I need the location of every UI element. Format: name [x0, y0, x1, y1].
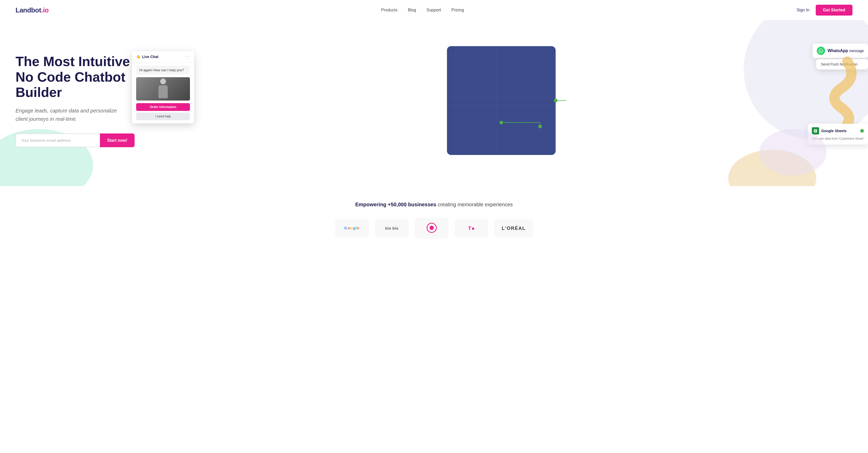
svg-point-14	[430, 226, 434, 230]
svg-text:o: o	[350, 226, 353, 230]
nav-links: Products Blog Support Pricing	[381, 8, 464, 12]
order-info-button[interactable]: Order information	[136, 103, 190, 111]
bottom-section: Empowering +50,000 businesses creating m…	[0, 186, 868, 249]
need-help-button[interactable]: I need help	[136, 112, 190, 120]
hero-form: Start now!	[16, 134, 134, 147]
svg-point-6	[759, 129, 827, 176]
logo[interactable]: Landbot.io	[16, 6, 49, 14]
logo-1: Google	[344, 225, 360, 232]
nav-pricing[interactable]: Pricing	[451, 8, 464, 12]
person-head	[160, 79, 166, 84]
get-started-button[interactable]: Get Started	[816, 5, 852, 16]
hero-illustration: 👋 Live Chat ··· Hi again! How can I help…	[150, 36, 852, 165]
empowering-text: Empowering +50,000 businesses creating m…	[16, 202, 852, 207]
squiggle-decoration	[806, 56, 858, 124]
hero-subtitle: Engage leads, capture data and personali…	[16, 107, 129, 123]
svg-point-3	[538, 125, 542, 128]
logo-card-loreal: L'ORÉAL	[495, 219, 533, 237]
nav-support[interactable]: Support	[427, 8, 441, 12]
live-chat-card: 👋 Live Chat ··· Hi again! How can I help…	[132, 51, 194, 123]
svg-text:g: g	[353, 226, 355, 230]
live-chat-header: 👋 Live Chat ···	[132, 51, 194, 62]
logo-card-1: Google	[335, 219, 369, 237]
sign-in-link[interactable]: Sign In	[797, 8, 809, 12]
logo-4: T●	[468, 225, 475, 231]
connector-dot	[860, 129, 864, 133]
nav-right: Sign In Get Started	[797, 5, 852, 16]
live-chat-title: 👋 Live Chat	[136, 55, 158, 59]
dashboard-card	[447, 46, 556, 155]
email-input[interactable]	[16, 134, 100, 147]
logos-row: Google bla bla T● L'ORÉAL	[16, 218, 852, 239]
svg-text:o: o	[348, 226, 350, 230]
hero-left: The Most Intuitive No Code Chatbot Build…	[16, 54, 150, 147]
logo-card-3	[415, 218, 448, 239]
nav-blog[interactable]: Blog	[408, 8, 416, 12]
start-now-button[interactable]: Start now!	[100, 134, 134, 147]
loreal-logo: L'ORÉAL	[502, 226, 526, 231]
logo-card-4: T●	[455, 219, 488, 237]
connectors	[447, 46, 556, 155]
nav-products[interactable]: Products	[381, 8, 398, 12]
navigation: Landbot.io Products Blog Support Pricing…	[0, 0, 868, 20]
logo-card-2: bla bla	[375, 219, 409, 237]
person-body	[158, 85, 168, 98]
svg-text:G: G	[344, 226, 347, 230]
svg-text:e: e	[357, 226, 360, 230]
page-title: The Most Intuitive No Code Chatbot Build…	[16, 54, 150, 100]
logo-text: Landbot.io	[16, 6, 49, 14]
wave-icon: 👋	[136, 55, 141, 59]
svg-point-5	[554, 99, 557, 102]
hero-section: The Most Intuitive No Code Chatbot Build…	[0, 20, 868, 186]
svg-point-1	[499, 121, 503, 124]
live-chat-body: Hi again! How can I help you? Order info…	[132, 62, 194, 123]
person-silhouette	[157, 79, 169, 99]
chat-image	[136, 77, 190, 101]
whatsapp-label: WhatsApp message	[828, 49, 864, 53]
whatsapp-icon	[817, 47, 825, 55]
logo-3	[427, 223, 437, 234]
blob-decoration	[759, 129, 827, 176]
menu-dots-icon[interactable]: ···	[185, 54, 190, 59]
logo-2: bla bla	[385, 226, 398, 230]
chat-bubble: Hi again! How can I help you?	[136, 65, 190, 75]
svg-text:l: l	[355, 226, 357, 230]
whatsapp-card: WhatsApp message	[813, 44, 868, 58]
